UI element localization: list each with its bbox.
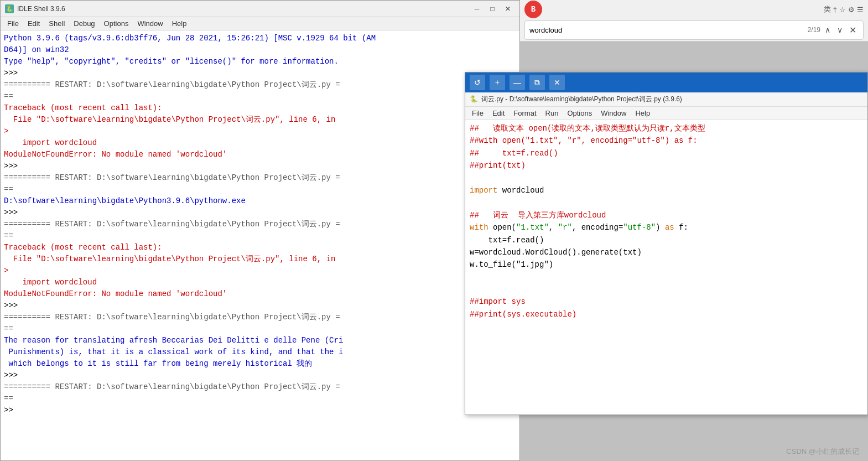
idle-line: which belongs to it is still far from be… [4, 358, 516, 370]
editor-window: ↺ ＋ — ⧉ ✕ 🐍 词云.py - D:\software\learning… [465, 72, 868, 415]
menu-shell[interactable]: Shell [44, 18, 69, 29]
code-line: import wordcloud [470, 184, 863, 196]
idle-line: > [4, 265, 516, 277]
browser-top: B 类 † ☆ ⚙ ☰ [520, 0, 868, 19]
idle-content[interactable]: Python 3.9.6 (tags/v3.9.6:db3ff76, Jun 2… [1, 30, 519, 460]
idle-icon: 🐍 [5, 4, 14, 13]
idle-line: The reason for translating afresh Beccar… [4, 335, 516, 346]
idle-line: ========== RESTART: D:\software\learning… [4, 172, 516, 184]
editor-title: 词云.py - D:\software\learning\bigdate\Pyt… [481, 95, 682, 104]
idle-line: >>> [4, 370, 516, 381]
editor-menu-edit[interactable]: Edit [488, 108, 509, 118]
search-bar-row: 2/19 ∧ ∨ ✕ [524, 20, 864, 40]
menu-options[interactable]: Options [100, 18, 133, 29]
titlebar-controls: ─ □ ✕ [470, 3, 515, 14]
browser-bar: B 类 † ☆ ⚙ ☰ 2/19 ∧ ∨ ✕ [520, 0, 868, 42]
idle-line: Traceback (most recent call last): [4, 242, 516, 253]
code-line: ##print(txt) [470, 159, 863, 172]
idle-shell-window: 🐍 IDLE Shell 3.9.6 ─ □ ✕ File Edit Shell… [0, 0, 520, 461]
idle-line: Python 3.9.6 (tags/v3.9.6:db3ff76, Jun 2… [4, 33, 516, 44]
idle-line: > [4, 126, 516, 137]
idle-line: ModuleNotFoundError: No module named 'wo… [4, 149, 516, 160]
code-line: ## 词云 导入第三方库wordcloud [470, 209, 863, 221]
menu-edit[interactable]: Edit [23, 18, 44, 29]
menu-window[interactable]: Window [133, 18, 167, 29]
idle-line: == [4, 323, 516, 335]
toolbar-close-button[interactable]: ✕ [549, 75, 565, 90]
idle-line: D:\software\learning\bigdate\Python3.9.6… [4, 195, 516, 207]
code-line: with open("1.txt", "r", encoding="utf-8"… [470, 221, 863, 234]
search-count: 2/19 [808, 26, 820, 34]
idle-line: Traceback (most recent call last): [4, 102, 516, 114]
menu-file[interactable]: File [3, 18, 23, 29]
editor-toolbar: ↺ ＋ — ⧉ ✕ [465, 72, 867, 92]
idle-line: == [4, 393, 516, 405]
editor-menu-options[interactable]: Options [563, 108, 596, 118]
code-line: ## txt=f.read() [470, 147, 863, 159]
idle-line: File "D:\software\learning\bigdate\Pytho… [4, 114, 516, 126]
maximize-button[interactable]: □ [485, 3, 500, 14]
idle-line: ========== RESTART: D:\software\learning… [4, 381, 516, 393]
code-line: ## 读取文本 open(读取的文本,读取类型默认为只读r,文本类型 [470, 122, 863, 134]
editor-menu-run[interactable]: Run [541, 108, 563, 118]
idle-line: >> [4, 405, 516, 416]
idle-line: == [4, 230, 516, 242]
idle-line: >>> [4, 207, 516, 219]
idle-line: Type "help", "copyright", "credits" or "… [4, 56, 516, 68]
toolbar-add-button[interactable]: ＋ [490, 75, 505, 90]
search-input[interactable] [529, 26, 805, 34]
editor-menu-file[interactable]: File [467, 108, 488, 118]
idle-line: import wordcloud [4, 277, 516, 288]
toolbar-maximize-button[interactable]: ⧉ [529, 75, 545, 90]
code-line: w=wordcloud.WordCloud().generate(txt) [470, 246, 863, 258]
code-line: txt=f.read() [470, 234, 863, 246]
browser-logo: B [524, 1, 542, 18]
editor-menu-format[interactable]: Format [509, 108, 540, 118]
editor-content[interactable]: ## 读取文本 open(读取的文本,读取类型默认为只读r,文本类型##with… [465, 120, 867, 415]
idle-line: ModuleNotFoundError: No module named 'wo… [4, 288, 516, 300]
minimize-button[interactable]: ─ [470, 3, 484, 14]
idle-line: File "D:\software\learning\bigdate\Pytho… [4, 253, 516, 265]
editor-menubar: File Edit Format Run Options Window Help [465, 107, 867, 120]
toolbar-refresh-button[interactable]: ↺ [470, 75, 485, 90]
idle-line: >>> [4, 68, 516, 79]
titlebar-left: 🐍 IDLE Shell 3.9.6 [5, 4, 65, 13]
toolbar-minimize-button[interactable]: — [510, 75, 525, 90]
code-line [470, 271, 863, 283]
code-line: w.to_file("1.jpg") [470, 258, 863, 271]
idle-line: ========== RESTART: D:\software\learning… [4, 219, 516, 230]
code-line: ##with open("1.txt", "r", encoding="utf-… [470, 134, 863, 147]
idle-line: == [4, 91, 516, 102]
code-line [470, 196, 863, 209]
idle-line: == [4, 184, 516, 195]
idle-title: IDLE Shell 3.9.6 [17, 5, 65, 13]
code-line [470, 283, 863, 296]
idle-line: ========== RESTART: D:\software\learning… [4, 312, 516, 323]
idle-line: ========== RESTART: D:\software\learning… [4, 79, 516, 91]
browser-icons: 类 † ☆ ⚙ ☰ [824, 4, 864, 14]
editor-menu-window[interactable]: Window [596, 108, 631, 118]
code-line: ##print(sys.executable) [470, 308, 863, 320]
idle-line: >>> [4, 160, 516, 172]
close-button[interactable]: ✕ [501, 3, 515, 14]
search-close-button[interactable]: ✕ [847, 24, 859, 37]
search-next-button[interactable]: ∨ [835, 24, 845, 35]
menu-debug[interactable]: Debug [69, 18, 99, 29]
search-prev-button[interactable]: ∧ [823, 24, 833, 35]
code-line: ##import sys [470, 296, 863, 308]
code-line [470, 172, 863, 184]
idle-line: import wordcloud [4, 137, 516, 149]
editor-menu-help[interactable]: Help [631, 108, 654, 118]
menu-help[interactable]: Help [168, 18, 191, 29]
idle-menubar: File Edit Shell Debug Options Window Hel… [1, 17, 519, 30]
idle-titlebar: 🐍 IDLE Shell 3.9.6 ─ □ ✕ [1, 1, 519, 17]
idle-line: Punishments) is, that it is a classical … [4, 346, 516, 358]
idle-line: D64)] on win32 [4, 44, 516, 56]
editor-titlebar: 🐍 词云.py - D:\software\learning\bigdate\P… [465, 92, 867, 107]
watermark: CSDN @小红的成长记 [786, 447, 859, 457]
idle-line: >>> [4, 300, 516, 312]
